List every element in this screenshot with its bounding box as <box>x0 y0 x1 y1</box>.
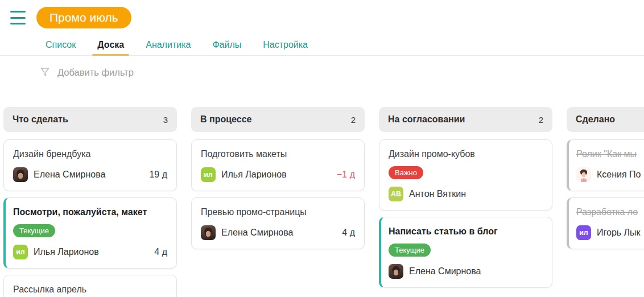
task-card[interactable]: Посмотри, пожалуйста, макет Текущие ил И… <box>3 197 177 269</box>
tab-faily[interactable]: Файлы <box>212 36 241 56</box>
days-left: 4 д <box>337 228 355 238</box>
days-left: 19 д <box>145 170 167 180</box>
assignee-avatar: ил <box>576 225 591 240</box>
tag-badge: Текущие <box>389 244 431 257</box>
task-card[interactable]: Дизайн промо-кубов Важно АВ Антон Вяткин <box>379 139 552 211</box>
assignee-name: Елена Смирнова <box>221 228 293 238</box>
assignee-row: Елена Смирнова 19 д <box>13 167 167 182</box>
assignee-name: Елена Смирнова <box>409 266 481 277</box>
assignee-name: Ксения По <box>597 170 641 180</box>
assignee-avatar: ил <box>13 245 28 259</box>
tab-bar: Список Доска Аналитика Файлы Настройка <box>0 36 644 56</box>
assignee-avatar: ил <box>201 167 216 182</box>
assignee-name: Антон Вяткин <box>409 189 466 199</box>
column-title: В процессе <box>200 114 251 125</box>
task-title: Дизайн промо-кубов <box>389 148 543 160</box>
assignee-row: ил Илья Ларионов 4 д <box>13 245 167 259</box>
tag-badge: Текущие <box>13 224 55 237</box>
tab-analitika[interactable]: Аналитика <box>146 36 191 56</box>
funnel-icon <box>40 67 50 77</box>
assignee-avatar: АВ <box>389 187 403 201</box>
column-title: На согласовании <box>388 114 465 125</box>
add-filter-label: Добавить фильтр <box>57 67 134 78</box>
assignee-name: Игорь Лык <box>597 228 641 238</box>
badge-row: Текущие <box>389 244 543 257</box>
task-card[interactable]: Дизайн брендбука Елена Смирнова 19 д <box>3 139 177 191</box>
task-title: Превью промо-страницы <box>201 207 355 218</box>
days-left: 4 д <box>150 247 167 257</box>
assignee-avatar <box>201 225 216 240</box>
task-title: Рассылка апрель <box>13 284 167 295</box>
assignee-row: ил Илья Ларионов −1 д <box>201 167 355 182</box>
task-title: Ролик "Как мы <box>576 148 644 160</box>
task-title: Написать статью в блог <box>389 226 543 237</box>
project-badge[interactable]: Промо июль <box>36 7 131 28</box>
task-card[interactable]: Рассылка апрель <box>3 275 177 297</box>
column-header: В процессе 2 <box>191 107 365 132</box>
tab-doska[interactable]: Доска <box>97 36 124 56</box>
column-title: Сделано <box>576 114 615 125</box>
task-card[interactable]: Превью промо-страницы Елена Смирнова 4 д <box>191 197 365 249</box>
column-todo: Что сделать 3 Дизайн брендбука Елена Сми… <box>3 107 177 297</box>
tab-spisok[interactable]: Список <box>46 36 76 56</box>
assignee-avatar <box>389 264 403 279</box>
assignee-row: Ксения По <box>576 167 644 182</box>
task-card-done[interactable]: Разработка ло ил Игорь Лык <box>567 197 644 249</box>
kanban-board: Что сделать 3 Дизайн брендбука Елена Сми… <box>3 107 644 297</box>
top-bar: Промо июль <box>0 0 644 35</box>
column-header: Сделано <box>567 107 644 132</box>
tab-nastroyka[interactable]: Настройка <box>263 36 308 56</box>
assignee-row: Елена Смирнова 4 д <box>201 225 355 240</box>
column-count: 2 <box>351 115 356 125</box>
assignee-avatar <box>13 167 28 182</box>
task-title: Подготовить макеты <box>201 148 355 160</box>
column-in-progress: В процессе 2 Подготовить макеты ил Илья … <box>191 107 365 297</box>
badge-row: Текущие <box>13 224 167 237</box>
assignee-row: Елена Смирнова <box>389 264 543 279</box>
task-title: Разработка ло <box>576 207 644 218</box>
tag-badge: Важно <box>389 166 423 179</box>
task-title: Посмотри, пожалуйста, макет <box>13 207 167 218</box>
task-card[interactable]: Написать статью в блог Текущие Елена Сми… <box>379 217 552 288</box>
add-filter-button[interactable]: Добавить фильтр <box>40 65 134 80</box>
assignee-name: Илья Ларионов <box>34 247 99 257</box>
task-card-done[interactable]: Ролик "Как мы Ксения По <box>567 139 644 191</box>
assignee-name: Елена Смирнова <box>34 170 105 180</box>
task-card[interactable]: Подготовить макеты ил Илья Ларионов −1 д <box>191 139 365 191</box>
badge-row: Важно <box>389 166 543 179</box>
hamburger-menu-icon[interactable] <box>10 11 26 24</box>
assignee-name: Илья Ларионов <box>221 170 287 180</box>
column-review: На согласовании 2 Дизайн промо-кубов Важ… <box>379 107 552 297</box>
column-header: На согласовании 2 <box>379 107 552 132</box>
assignee-avatar <box>576 167 591 182</box>
column-title: Что сделать <box>13 114 68 125</box>
days-overdue: −1 д <box>332 170 355 180</box>
assignee-row: АВ Антон Вяткин <box>389 187 543 201</box>
column-header: Что сделать 3 <box>3 107 177 132</box>
task-title: Дизайн брендбука <box>13 148 167 160</box>
column-done: Сделано Ролик "Как мы Ксения По Разработ… <box>567 107 644 297</box>
assignee-row: ил Игорь Лык <box>576 225 644 240</box>
column-count: 3 <box>163 115 168 125</box>
column-count: 2 <box>539 115 543 125</box>
